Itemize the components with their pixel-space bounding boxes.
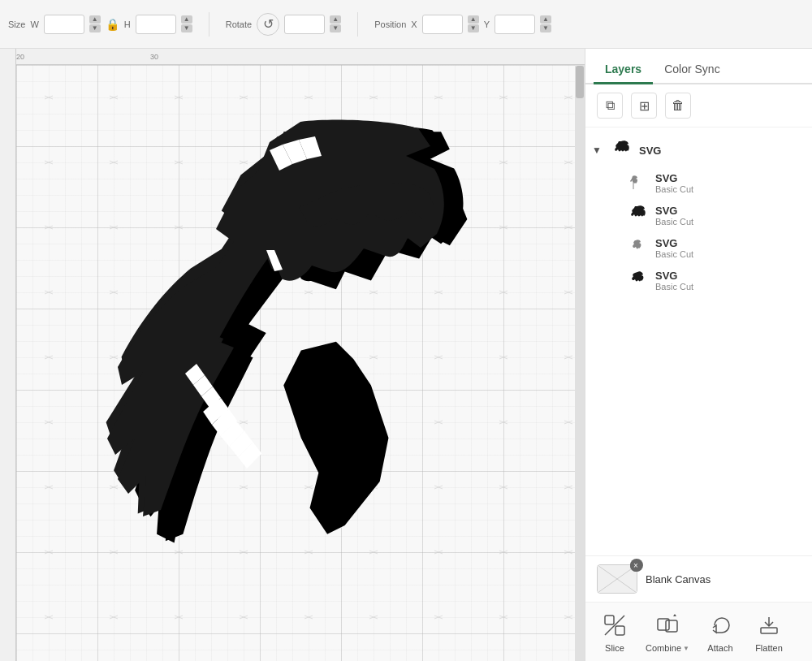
svg-rect-3 [605, 616, 614, 624]
flatten-icon [754, 611, 784, 640]
vertical-scrollbar[interactable] [575, 65, 585, 661]
blank-canvas-label: Blank Canvas [646, 573, 710, 585]
layer-child-1-info: SVG Basic Cut [655, 172, 806, 194]
slice-icon [600, 611, 629, 640]
size-group: Size W ▲ ▼ 🔒 H ▲ ▼ [8, 15, 192, 34]
layer-child-1-thumbnail [626, 171, 649, 194]
scrollbar-thumb[interactable] [576, 66, 584, 98]
layer-child-4-thumbnail [626, 269, 649, 292]
tab-color-sync[interactable]: Color Sync [653, 56, 731, 84]
canvas-content[interactable]: .f{fill:#1a1a1a}.fw{fill:white} [16, 65, 585, 661]
attach-icon [706, 611, 735, 640]
delete-button[interactable]: 🗑 [665, 93, 691, 119]
combine-dropdown-arrow: ▼ [683, 645, 689, 652]
falcon-logo[interactable]: .f{fill:#1a1a1a}.fw{fill:white} [65, 106, 520, 560]
layer-child-4-info: SVG Basic Cut [655, 270, 806, 292]
layer-group-info: SVG [639, 145, 806, 157]
height-input[interactable] [136, 15, 176, 34]
layer-group-name: SVG [639, 145, 806, 157]
svg-line-5 [605, 616, 624, 635]
layer-child-2[interactable]: SVG Basic Cut [585, 199, 812, 231]
svg-rect-4 [615, 626, 624, 635]
y-spinner[interactable]: ▲ ▼ [540, 15, 551, 32]
width-input[interactable] [44, 15, 84, 34]
duplicate-icon: ⧉ [606, 98, 615, 113]
layer-child-1[interactable]: SVG Basic Cut [585, 166, 812, 199]
layer-child-1-sub: Basic Cut [655, 184, 806, 194]
rotate-input[interactable] [284, 15, 325, 34]
panel-toolbar: ⧉ ⊞ 🗑 [585, 84, 812, 127]
layer-child-2-name: SVG [655, 205, 806, 217]
combine-icon [653, 611, 682, 640]
flatten-label: Flatten [755, 643, 783, 653]
ruler-horizontal: 20 30 [0, 49, 585, 65]
blank-canvas-area[interactable]: × Blank Canvas [585, 555, 812, 602]
chevron-down-icon: ▼ [592, 145, 603, 156]
height-spinner[interactable]: ▲ ▼ [181, 15, 192, 32]
rotate-icon[interactable]: ↺ [257, 13, 279, 36]
layer-child-4[interactable]: SVG Basic Cut [585, 264, 812, 296]
h-label: H [124, 19, 131, 29]
layer-child-2-info: SVG Basic Cut [655, 205, 806, 227]
x-spinner[interactable]: ▲ ▼ [468, 15, 479, 32]
sep1 [209, 12, 209, 37]
blank-canvas-thumbnail: × [597, 564, 637, 594]
combine-label-group: Combine ▼ [646, 643, 689, 653]
layer-child-4-name: SVG [655, 270, 806, 282]
ruler-mark-30: 30 [150, 53, 158, 61]
lock-icon: 🔒 [106, 18, 119, 31]
panel-tabs: Layers Color Sync [585, 49, 812, 84]
layer-group-thumbnail [610, 139, 633, 162]
add-button[interactable]: ⊞ [631, 93, 657, 119]
top-toolbar: Size W ▲ ▼ 🔒 H ▲ ▼ Rotate ↺ ▲ ▼ Position… [0, 0, 812, 49]
layer-child-3[interactable]: SVG Basic Cut [585, 231, 812, 264]
ruler-mark-20: 20 [16, 53, 24, 61]
attach-label: Attach [707, 643, 732, 653]
layer-child-3-info: SVG Basic Cut [655, 237, 806, 259]
rotate-group: Rotate ↺ ▲ ▼ [226, 13, 341, 36]
blank-canvas-svg [598, 565, 637, 593]
blank-canvas-close[interactable]: × [630, 559, 643, 572]
layer-child-2-sub: Basic Cut [655, 217, 806, 227]
svg-rect-9 [761, 628, 777, 633]
layer-child-3-thumbnail [626, 236, 649, 259]
x-label: X [411, 19, 417, 29]
layer-group-svg[interactable]: ▼ SVG [585, 134, 812, 166]
delete-icon: 🗑 [672, 98, 685, 113]
size-label: Size [8, 19, 25, 29]
combine-label: Combine [646, 643, 681, 653]
w-label: W [30, 19, 38, 29]
panel-actions: Slice Combine ▼ [585, 602, 812, 661]
rotate-label: Rotate [226, 19, 252, 29]
y-input[interactable] [495, 15, 535, 34]
duplicate-button[interactable]: ⧉ [597, 93, 623, 119]
position-group: Position X ▲ ▼ Y ▲ ▼ [374, 15, 551, 34]
combine-button[interactable]: Combine ▼ [646, 611, 689, 653]
y-label: Y [484, 19, 490, 29]
add-icon: ⊞ [639, 98, 650, 114]
layer-child-1-name: SVG [655, 172, 806, 184]
flatten-button[interactable]: Flatten [751, 611, 787, 653]
ruler-vertical [0, 49, 16, 661]
slice-button[interactable]: Slice [597, 611, 633, 653]
layer-child-2-thumbnail [626, 204, 649, 227]
position-label: Position [374, 19, 406, 29]
layer-child-4-sub: Basic Cut [655, 282, 806, 292]
rotate-spinner[interactable]: ▲ ▼ [330, 15, 341, 32]
tab-layers[interactable]: Layers [594, 56, 653, 84]
canvas-area[interactable]: 20 30 [0, 49, 585, 661]
main-area: 20 30 [0, 49, 812, 661]
slice-label: Slice [605, 643, 624, 653]
x-input[interactable] [422, 15, 463, 34]
right-panel: Layers Color Sync ⧉ ⊞ 🗑 ▼ [585, 49, 812, 661]
attach-button[interactable]: Attach [702, 611, 738, 653]
layer-child-3-sub: Basic Cut [655, 249, 806, 259]
layer-child-3-name: SVG [655, 237, 806, 249]
layers-list: ▼ SVG SVG Basic Cut [585, 127, 812, 555]
svg-marker-8 [673, 614, 676, 616]
sep2 [357, 12, 358, 37]
width-spinner[interactable]: ▲ ▼ [89, 15, 101, 32]
